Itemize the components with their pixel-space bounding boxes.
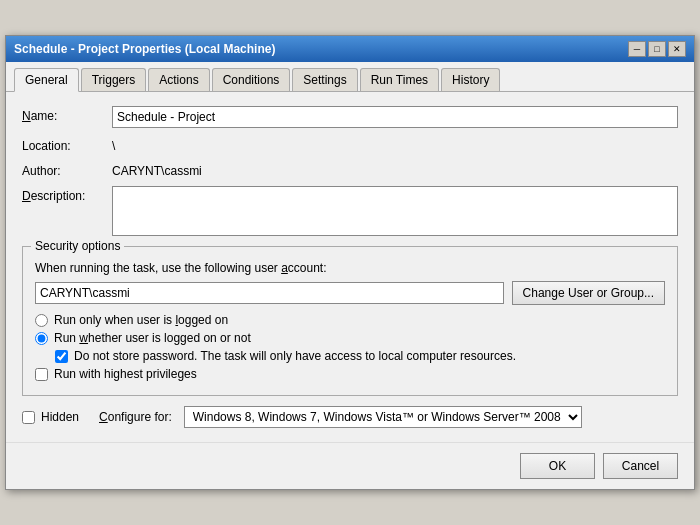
- no-store-password-label: Do not store password. The task will onl…: [74, 349, 516, 363]
- location-value: \: [112, 136, 678, 153]
- radio-logged-on-only: Run only when user is logged on: [35, 313, 665, 327]
- name-label: Name:: [22, 106, 112, 123]
- tab-history[interactable]: History: [441, 68, 500, 91]
- minimize-button[interactable]: ─: [628, 41, 646, 57]
- tab-run-times[interactable]: Run Times: [360, 68, 439, 91]
- no-store-password-checkbox[interactable]: [55, 350, 68, 363]
- bottom-row: Hidden Configure for: Windows 8, Windows…: [22, 406, 678, 428]
- close-button[interactable]: ✕: [668, 41, 686, 57]
- radio-whether-logged-on-label: Run whether user is logged on or not: [54, 331, 251, 345]
- security-group: Security options When running the task, …: [22, 246, 678, 396]
- radio-logged-on-only-label: Run only when user is logged on: [54, 313, 228, 327]
- user-account-label: When running the task, use the following…: [35, 261, 665, 275]
- footer: OK Cancel: [6, 442, 694, 489]
- author-label: Author:: [22, 161, 112, 178]
- highest-privileges-label: Run with highest privileges: [54, 367, 197, 381]
- user-row: Change User or Group...: [35, 281, 665, 305]
- description-input[interactable]: [112, 186, 678, 236]
- highest-privileges-row: Run with highest privileges: [35, 367, 665, 381]
- hidden-checkbox[interactable]: [22, 411, 35, 424]
- radio-whether-logged-on-input[interactable]: [35, 332, 48, 345]
- radio-whether-logged-on: Run whether user is logged on or not: [35, 331, 665, 345]
- name-row: Name:: [22, 106, 678, 128]
- tab-settings[interactable]: Settings: [292, 68, 357, 91]
- author-value: CARYNT\cassmi: [112, 161, 678, 178]
- change-user-button[interactable]: Change User or Group...: [512, 281, 665, 305]
- ok-button[interactable]: OK: [520, 453, 595, 479]
- configure-label: Configure for:: [99, 410, 172, 424]
- location-row: Location: \: [22, 136, 678, 153]
- hidden-label: Hidden: [41, 410, 79, 424]
- tab-general[interactable]: General: [14, 68, 79, 92]
- title-bar: Schedule - Project Properties (Local Mac…: [6, 36, 694, 62]
- cancel-button[interactable]: Cancel: [603, 453, 678, 479]
- highest-privileges-checkbox[interactable]: [35, 368, 48, 381]
- author-row: Author: CARYNT\cassmi: [22, 161, 678, 178]
- description-row: Description:: [22, 186, 678, 236]
- tab-bar: General Triggers Actions Conditions Sett…: [6, 62, 694, 92]
- name-input[interactable]: [112, 106, 678, 128]
- tab-conditions[interactable]: Conditions: [212, 68, 291, 91]
- tab-actions[interactable]: Actions: [148, 68, 209, 91]
- radio-logged-on-only-input[interactable]: [35, 314, 48, 327]
- location-label: Location:: [22, 136, 112, 153]
- main-window: Schedule - Project Properties (Local Mac…: [5, 35, 695, 490]
- user-account-input[interactable]: [35, 282, 504, 304]
- configure-select[interactable]: Windows 8, Windows 7, Windows Vista™ or …: [184, 406, 582, 428]
- maximize-button[interactable]: □: [648, 41, 666, 57]
- description-label: Description:: [22, 186, 112, 203]
- no-store-password-row: Do not store password. The task will onl…: [55, 349, 665, 363]
- radio-group: Run only when user is logged on Run whet…: [35, 313, 665, 345]
- content-area: Name: Location: \ Author: CARYNT\cassmi …: [6, 92, 694, 442]
- window-title: Schedule - Project Properties (Local Mac…: [14, 42, 275, 56]
- tab-triggers[interactable]: Triggers: [81, 68, 147, 91]
- title-controls: ─ □ ✕: [628, 41, 686, 57]
- security-group-label: Security options: [31, 239, 124, 253]
- hidden-checkbox-row: Hidden: [22, 410, 79, 424]
